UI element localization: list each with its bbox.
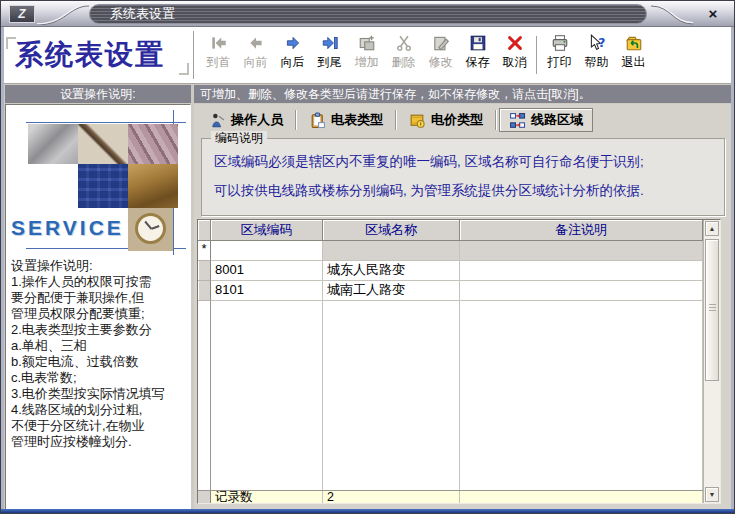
cell-name[interactable]: 城南工人路变 bbox=[323, 281, 460, 301]
column-header-name[interactable]: 区域名称 bbox=[323, 220, 460, 241]
help-button[interactable]: ? 帮助 bbox=[578, 32, 615, 80]
tab-line-regions[interactable]: 线路区域 bbox=[499, 108, 593, 132]
scroll-down-button[interactable]: ▼ bbox=[705, 487, 719, 502]
region-table: 区域编码 区域名称 备注说明 * 8001 城东人民路变 bbox=[197, 219, 721, 504]
pocket-watch-image bbox=[128, 208, 173, 251]
table-header-row: 区域编码 区域名称 备注说明 bbox=[198, 220, 703, 241]
toolbar-separator bbox=[536, 36, 538, 74]
delete-record-button[interactable]: 删除 bbox=[385, 32, 422, 80]
window-frame bbox=[1, 27, 4, 509]
documents-image bbox=[128, 164, 178, 208]
first-record-icon bbox=[210, 34, 228, 52]
tab-separator bbox=[295, 110, 297, 130]
header-bar: 系统表设置 到首 向前 向后 到尾 增加 bbox=[1, 27, 734, 84]
table-row[interactable]: 8101 城南工人路变 bbox=[198, 281, 703, 301]
scroll-up-button[interactable]: ▲ bbox=[705, 221, 719, 236]
cell-note[interactable] bbox=[460, 281, 703, 301]
cell-note[interactable] bbox=[460, 261, 703, 281]
print-button[interactable]: 打印 bbox=[541, 32, 578, 80]
toolbar-label: 到首 bbox=[207, 54, 231, 71]
category-tabs: 操作人员 电表类型 电价类型 线路区域 bbox=[199, 107, 593, 133]
empty-note-column bbox=[460, 301, 703, 490]
titlebar-swoosh-right bbox=[649, 3, 695, 25]
tab-operators[interactable]: 操作人员 bbox=[199, 108, 293, 132]
first-record-button[interactable]: 到首 bbox=[200, 32, 237, 80]
sidebar: SERVICE 设置操作说明: 1.操作人员的权限可按需 要分配便于兼职操作,但… bbox=[5, 104, 191, 510]
close-button[interactable]: × bbox=[702, 5, 724, 23]
tab-label: 电价类型 bbox=[431, 111, 483, 129]
print-icon bbox=[551, 34, 569, 52]
exit-button[interactable]: 退出 bbox=[615, 32, 652, 80]
keyboard-image bbox=[78, 164, 128, 208]
toolbar-label: 帮助 bbox=[585, 54, 609, 71]
scrollbar-thumb[interactable] bbox=[705, 239, 719, 381]
delete-record-icon bbox=[395, 34, 413, 52]
column-header-code[interactable]: 区域编码 bbox=[211, 220, 323, 241]
modify-record-icon bbox=[432, 34, 450, 52]
cell-code[interactable] bbox=[211, 241, 323, 261]
previous-record-icon bbox=[247, 34, 265, 52]
window-frame bbox=[731, 27, 734, 509]
footer-note bbox=[460, 491, 703, 503]
toolbar-label: 退出 bbox=[622, 54, 646, 71]
toolbar-label: 取消 bbox=[503, 54, 527, 71]
title-decoration bbox=[179, 63, 189, 75]
toolbar-separator bbox=[193, 31, 195, 79]
save-button[interactable]: 保存 bbox=[459, 32, 496, 80]
row-selector-header[interactable] bbox=[198, 220, 211, 241]
cell-code[interactable]: 8001 bbox=[211, 261, 323, 281]
row-selector[interactable] bbox=[198, 281, 211, 301]
tab-meter-types[interactable]: 电表类型 bbox=[299, 108, 393, 132]
toolbar-label: 向后 bbox=[281, 54, 305, 71]
toolbar-label: 删除 bbox=[392, 54, 416, 71]
vertical-scrollbar[interactable]: ▲ ▼ bbox=[703, 220, 720, 503]
toolbar: 到首 向前 向后 到尾 增加 删除 bbox=[200, 32, 652, 80]
toolbar-label: 打印 bbox=[548, 54, 572, 71]
help-icon: ? bbox=[588, 34, 606, 52]
tab-label: 线路区域 bbox=[531, 111, 583, 129]
cancel-button[interactable]: 取消 bbox=[496, 32, 533, 80]
operation-instructions: 设置操作说明: 1.操作人员的权限可按需 要分配便于兼职操作,但 管理员权限分配… bbox=[6, 255, 190, 450]
app-window: Z 系统表设置 × 系统表设置 到首 向前 向 bbox=[0, 0, 735, 514]
titlebar[interactable]: Z 系统表设置 × bbox=[1, 1, 734, 27]
stapler-image bbox=[28, 124, 78, 164]
tab-price-types[interactable]: 电价类型 bbox=[399, 108, 493, 132]
titlebar-swoosh-left bbox=[35, 3, 91, 25]
record-count-value: 2 bbox=[323, 491, 460, 503]
record-count-label: 记录数 bbox=[211, 491, 323, 503]
page-title: 系统表设置 bbox=[15, 36, 165, 74]
last-record-button[interactable]: 到尾 bbox=[311, 32, 348, 80]
cell-code[interactable]: 8101 bbox=[211, 281, 323, 301]
pen-image bbox=[78, 124, 128, 164]
cell-name[interactable]: 城东人民路变 bbox=[323, 261, 460, 281]
cell-note[interactable] bbox=[460, 241, 703, 261]
app-logo-icon: Z bbox=[9, 5, 35, 23]
toolbar-label: 到尾 bbox=[318, 54, 342, 71]
table-new-row[interactable]: * bbox=[198, 241, 703, 261]
empty-code-column bbox=[211, 301, 323, 490]
next-record-button[interactable]: 向后 bbox=[274, 32, 311, 80]
price-book-icon bbox=[409, 112, 426, 129]
groupbox-title: 编码说明 bbox=[211, 131, 267, 145]
empty-name-column bbox=[323, 301, 460, 490]
column-header-note[interactable]: 备注说明 bbox=[460, 220, 703, 241]
watch-face bbox=[135, 213, 166, 244]
next-record-icon bbox=[284, 34, 302, 52]
modify-record-button[interactable]: 修改 bbox=[422, 32, 459, 80]
main-panel: 操作人员 电表类型 电价类型 线路区域 编码说明 区域编码必须是辖区内不重复的唯… bbox=[194, 104, 732, 510]
cell-name[interactable] bbox=[323, 241, 460, 261]
groupbox-text-line: 区域编码必须是辖区内不重复的唯一编码, 区域名称可自行命名便于识别; bbox=[214, 139, 714, 171]
tab-separator bbox=[495, 110, 497, 130]
table-row[interactable]: 8001 城东人民路变 bbox=[198, 261, 703, 281]
watch-hand bbox=[151, 225, 159, 229]
operator-person-icon bbox=[209, 112, 226, 129]
row-selector[interactable] bbox=[198, 261, 211, 281]
pencils-image bbox=[128, 124, 178, 164]
toolbar-label: 增加 bbox=[355, 54, 379, 71]
window-title: 系统表设置 bbox=[89, 4, 647, 24]
previous-record-button[interactable]: 向前 bbox=[237, 32, 274, 80]
empty-selector-column bbox=[198, 301, 211, 490]
window-frame-bottom bbox=[1, 509, 734, 513]
cancel-icon bbox=[506, 34, 524, 52]
add-record-button[interactable]: 增加 bbox=[348, 32, 385, 80]
